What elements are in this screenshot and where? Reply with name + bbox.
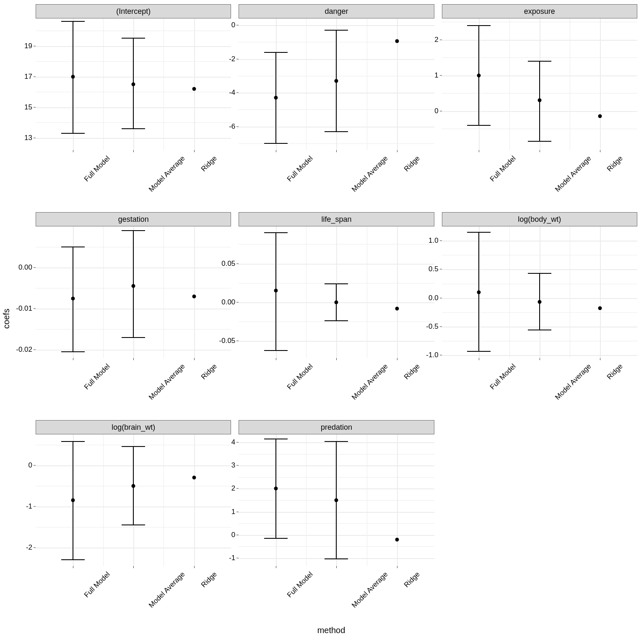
x-tick-label: Ridge [402,570,422,589]
y-tick-label: -1 [26,502,36,511]
facet-strip: log(brain_wt) [36,420,231,434]
y-tick-label: 0 [29,461,36,470]
data-point [477,73,481,77]
x-tick-label: Ridge [200,570,219,589]
x-tick-label: Full Model [488,154,518,184]
error-bar-cap [122,230,145,231]
data-point [477,291,481,294]
x-tick-label: Model Average [351,362,390,402]
error-bar-cap [325,558,348,559]
data-point [132,484,135,488]
data-point [335,79,338,83]
data-point [598,114,602,118]
x-tick-label: Model Average [351,570,390,610]
y-tick-label: -6 [229,122,239,131]
y-tick-label: -2 [229,55,239,63]
data-point [395,39,399,43]
x-tick-label: Full Model [83,154,112,184]
x-tick-label: Ridge [402,362,422,382]
x-tick-label: Ridge [200,362,219,382]
data-point [395,538,399,541]
error-bar-cap [528,61,551,62]
y-tick-label: 19 [24,42,36,50]
y-tick-label: -0.5 [426,322,441,331]
error-bar-cap [122,337,145,338]
data-point [395,306,399,310]
y-tick-label: 0.5 [428,265,442,273]
plot-area: 13151719Full ModelModel AverageRidge [36,18,231,150]
y-tick-label: 1 [231,508,239,516]
error-bar-cap [122,38,145,39]
error-bar-cap [61,351,85,352]
error-bar-cap [264,232,288,233]
data-point [335,499,338,502]
y-tick-label: 0 [231,531,239,539]
data-point [274,289,278,293]
y-tick-label: 0 [231,21,239,29]
y-tick-label: 15 [24,103,36,112]
facet-panel: predation-101234Full ModelModel AverageR… [239,420,434,616]
plot-area: -0.050.000.05Full ModelModel AverageRidg… [239,226,434,358]
error-bar-cap [61,559,85,560]
error-bar-cap [528,141,551,142]
facet-panel: log(brain_wt)-2-10Full ModelModel Averag… [36,420,231,616]
error-bar-cap [467,232,491,233]
error-bar-cap [325,283,348,284]
facet-strip: (Intercept) [36,4,231,18]
error-bar-cap [264,143,288,144]
y-tick-label: -0.05 [219,337,239,345]
error-bar-cap [528,273,551,274]
error-bar-cap [264,52,288,53]
error-bar-cap [61,21,85,22]
y-tick-label: 17 [24,73,36,81]
x-tick-label: Ridge [605,154,625,174]
error-bar-cap [122,446,145,447]
plot-area: -101234Full ModelModel AverageRidge [239,434,434,566]
facet-strip: exposure [442,4,637,18]
facet-strip: log(body_wt) [442,212,637,226]
x-tick-label: Full Model [83,570,112,600]
x-tick-label: Model Average [351,154,390,194]
y-tick-label: -1 [229,554,239,562]
error-bar-cap [467,351,491,352]
error-bar-cap [264,538,288,539]
y-tick-label: 1 [434,71,441,80]
y-tick-label: 4 [231,438,239,447]
facet-strip: life_span [239,212,434,226]
y-tick-label: -1.0 [426,351,441,359]
y-tick-label: -2 [26,543,36,552]
y-tick-label: 2 [434,36,441,44]
facet-figure: coefs method (Intercept)13151719Full Mod… [25,4,637,633]
y-tick-label: -0.01 [16,304,36,313]
x-axis-title: method [317,626,345,635]
data-point [274,487,278,491]
y-tick-label: 13 [24,134,36,142]
x-tick-label: Ridge [402,154,422,174]
error-bar-cap [467,125,491,126]
plot-area: -0.02-0.010.00Full ModelModel AverageRid… [36,226,231,358]
y-tick-label: 1.0 [428,236,442,245]
data-point [192,294,196,298]
data-point [71,75,75,78]
x-tick-label: Full Model [286,362,315,392]
y-tick-label: -4 [229,88,239,97]
error-bar-cap [61,441,85,442]
facet-strip: predation [239,420,434,434]
plot-area: -6-4-20Full ModelModel AverageRidge [239,18,434,150]
data-point [538,99,541,102]
data-point [335,301,338,304]
data-point [71,499,75,502]
y-tick-label: 0.0 [428,294,442,302]
data-point [71,296,75,300]
x-tick-label: Ridge [200,154,219,174]
error-bar-cap [61,133,85,134]
x-tick-label: Full Model [83,362,112,392]
y-tick-label: 0.05 [221,260,239,268]
facet-panel: (Intercept)13151719Full ModelModel Avera… [36,4,231,200]
data-point [598,306,602,310]
facet-strip: danger [239,4,434,18]
data-point [192,476,196,480]
data-point [192,87,196,91]
x-tick-label: Full Model [488,362,518,392]
facet-strip: gestation [36,212,231,226]
